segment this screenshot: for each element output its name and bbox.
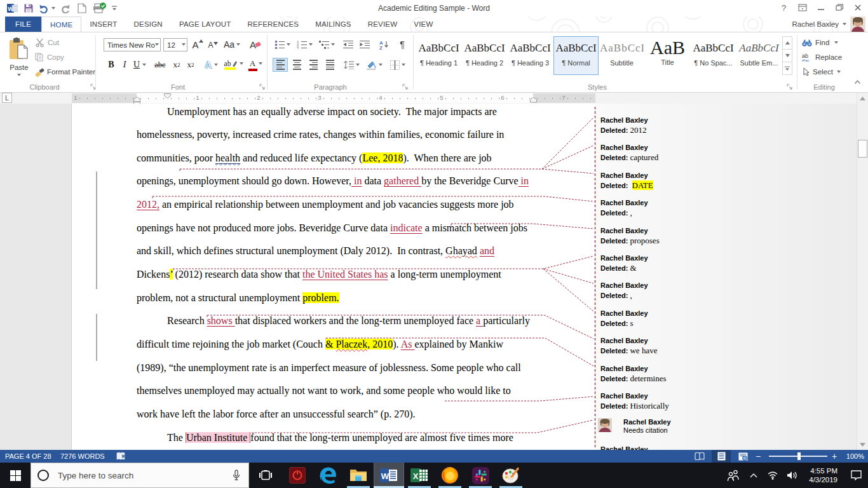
align-center-button[interactable] bbox=[289, 58, 304, 72]
read-mode-button[interactable] bbox=[690, 450, 709, 463]
multilevel-list-button[interactable] bbox=[317, 37, 336, 52]
first-line-indent-marker[interactable] bbox=[164, 93, 171, 98]
tab-stop-selector[interactable]: L bbox=[2, 93, 12, 103]
select-button[interactable]: Select bbox=[802, 67, 857, 77]
tab-insert[interactable]: INSERT bbox=[81, 17, 125, 32]
style-subtitle[interactable]: AaBbCcDSubtitle bbox=[599, 36, 644, 75]
zoom-out-button[interactable]: − bbox=[749, 450, 768, 463]
align-left-button[interactable] bbox=[273, 58, 288, 72]
taskbar-app-edge[interactable] bbox=[313, 463, 343, 488]
styles-scroll-down-button[interactable] bbox=[783, 50, 792, 62]
underline-button[interactable]: U bbox=[132, 58, 148, 72]
volume-icon[interactable] bbox=[782, 463, 803, 488]
grow-font-button[interactable]: A bbox=[191, 37, 205, 52]
font-dialog-launcher[interactable] bbox=[259, 84, 266, 90]
strikethrough-button[interactable]: abc bbox=[152, 58, 168, 72]
tab-file[interactable]: FILE bbox=[5, 17, 41, 32]
style-normal[interactable]: AaBbCcI¶ Normal bbox=[553, 36, 599, 75]
action-center-icon[interactable] bbox=[844, 463, 868, 488]
taskbar-app-firefox[interactable] bbox=[435, 463, 465, 488]
style-subtle-em[interactable]: AaBbCcISubtle Em... bbox=[736, 36, 782, 75]
document-line[interactable]: Research shows that displaced workers an… bbox=[167, 315, 530, 327]
styles-dialog-launcher[interactable] bbox=[787, 84, 793, 90]
tray-expand-icon[interactable] bbox=[744, 463, 763, 488]
copy-button[interactable]: Copy bbox=[35, 52, 64, 62]
taskbar-app-file-explorer[interactable] bbox=[343, 463, 374, 488]
revision-balloon[interactable]: Rachel BaxleyDeleted: 2012 bbox=[600, 116, 648, 135]
undo-button[interactable] bbox=[37, 1, 57, 15]
styles-more-button[interactable] bbox=[783, 62, 792, 74]
print-layout-button[interactable] bbox=[712, 450, 731, 463]
tab-design[interactable]: DESIGN bbox=[126, 17, 171, 32]
document-line[interactable]: Dickens’ (2012) research data show that … bbox=[137, 268, 501, 280]
shrink-font-button[interactable]: A bbox=[206, 37, 220, 53]
decrease-indent-button[interactable] bbox=[341, 37, 356, 52]
document-line[interactable]: 2012, an empirical relationship between … bbox=[137, 198, 514, 210]
task-view-button[interactable] bbox=[252, 463, 280, 488]
text-effects-button[interactable]: A bbox=[202, 58, 221, 72]
revision-balloon[interactable]: Rachel BaxleyDeleted: captured bbox=[600, 144, 658, 163]
revision-balloon[interactable]: Rachel BaxleyDeleted: DATE bbox=[600, 172, 653, 191]
document-line[interactable]: openings have not produced more jobs. Be… bbox=[137, 222, 527, 234]
tab-mailings[interactable]: MAILINGS bbox=[307, 17, 360, 32]
style-title[interactable]: AaBTitle bbox=[645, 36, 690, 75]
print-preview-button[interactable] bbox=[90, 1, 109, 15]
taskbar-app-paint3d[interactable] bbox=[496, 463, 526, 488]
minimize-button[interactable] bbox=[811, 0, 830, 15]
restore-button[interactable] bbox=[830, 0, 848, 15]
tab-review[interactable]: REVIEW bbox=[360, 17, 406, 32]
microphone-icon[interactable] bbox=[232, 470, 241, 481]
bold-button[interactable]: B bbox=[105, 58, 118, 72]
account-dropdown-icon[interactable] bbox=[843, 23, 846, 25]
styles-scroll-up-button[interactable] bbox=[783, 37, 792, 50]
redo-button[interactable] bbox=[57, 1, 74, 15]
horizontal-ruler[interactable]: 11234567 bbox=[72, 93, 595, 103]
comment-balloon[interactable]: Rachel BaxleyNeeds citation bbox=[600, 418, 671, 434]
superscript-button[interactable]: x2 bbox=[184, 58, 198, 72]
tab-view[interactable]: VIEW bbox=[405, 17, 441, 32]
taskbar-app-excel[interactable]: X bbox=[404, 463, 435, 488]
people-icon[interactable] bbox=[722, 463, 744, 488]
font-color-button[interactable]: A bbox=[247, 58, 266, 72]
customize-qat-button[interactable] bbox=[109, 1, 119, 15]
revision-balloon[interactable]: Rachel BaxleyDeleted: determines bbox=[600, 365, 667, 384]
zoom-in-button[interactable]: + bbox=[825, 450, 844, 463]
sort-button[interactable]: AZ bbox=[376, 37, 393, 52]
ribbon-display-options-button[interactable] bbox=[793, 0, 811, 15]
close-button[interactable] bbox=[848, 0, 867, 15]
text-highlight-button[interactable]: ab bbox=[224, 58, 244, 72]
scroll-down-button[interactable] bbox=[857, 439, 868, 450]
document-line[interactable]: homelessness, poverty, increased crime r… bbox=[137, 128, 504, 140]
align-right-button[interactable] bbox=[306, 58, 321, 72]
document-line[interactable]: Unemployment has an equally adverse impa… bbox=[167, 105, 497, 118]
zoom-level[interactable]: 100% bbox=[846, 450, 864, 463]
revision-balloon[interactable]: Rachel BaxleyDeleted: Historically bbox=[600, 392, 669, 411]
document-line[interactable]: themselves unemployed may actually not w… bbox=[137, 384, 511, 396]
vertical-scrollbar[interactable] bbox=[857, 93, 868, 450]
revision-balloon[interactable]: Rachel BaxleyDeleted: we have bbox=[600, 337, 657, 356]
subscript-button[interactable]: x2 bbox=[170, 58, 184, 72]
change-case-button[interactable]: Aa bbox=[222, 37, 241, 52]
document-line[interactable]: problem, not a structural unemployment p… bbox=[137, 292, 339, 304]
word-count[interactable]: 7276 WORDS bbox=[60, 450, 105, 463]
numbering-button[interactable]: 123 bbox=[295, 37, 314, 52]
italic-button[interactable]: I bbox=[119, 58, 130, 72]
replace-button[interactable]: ab⇄ac Replace bbox=[802, 52, 857, 62]
account-name[interactable]: Rachel Baxley bbox=[792, 20, 839, 28]
zoom-slider-thumb[interactable] bbox=[797, 452, 801, 460]
new-document-button[interactable] bbox=[74, 1, 90, 15]
justify-button[interactable] bbox=[322, 58, 337, 72]
format-painter-button[interactable]: Format Painter bbox=[35, 67, 95, 77]
tab-page-layout[interactable]: PAGE LAYOUT bbox=[171, 17, 240, 32]
document-line[interactable]: and skill, which defines structural unem… bbox=[137, 245, 494, 257]
tab-references[interactable]: REFERENCES bbox=[240, 17, 308, 32]
revision-balloon[interactable]: Rachel BaxleyDeleted: s bbox=[600, 309, 648, 329]
document-line[interactable]: difficult time rejoining the job market … bbox=[137, 338, 503, 350]
paste-button[interactable]: Paste bbox=[5, 36, 33, 87]
taskbar-app-word[interactable]: W bbox=[374, 463, 404, 488]
taskbar-app-power-app[interactable] bbox=[282, 463, 313, 488]
style-heading-1[interactable]: AaBbCcI¶ Heading 1 bbox=[416, 36, 461, 75]
style-heading-2[interactable]: AaBbCcI¶ Heading 2 bbox=[462, 36, 507, 75]
document-line[interactable]: (1989), “the unemployment rate is an imp… bbox=[137, 362, 521, 374]
tab-home[interactable]: HOME bbox=[41, 17, 81, 32]
